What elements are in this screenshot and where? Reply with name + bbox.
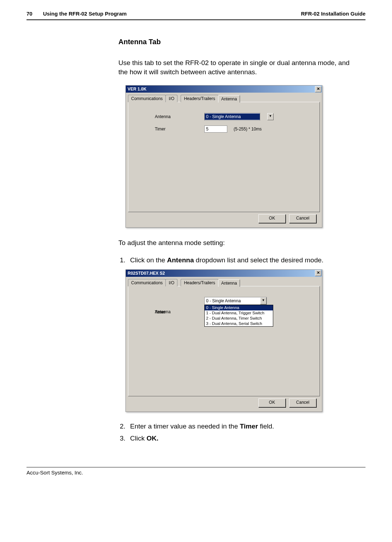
instructions-lead: To adjust the antenna mode setting: (118, 238, 360, 247)
dropdown-option-3[interactable]: 3 - Dual Antenna, Serial Switch (205, 321, 273, 326)
tabpane-antenna: Antenna 0 - Single Antenna ▼ 0 - Single … (128, 286, 320, 396)
tabstrip: Communications I/O Headers/Trailers Ante… (128, 95, 320, 102)
step-2: Enter a timer value as needed in the Tim… (127, 422, 360, 430)
step-1: Click on the Antenna dropdown list and s… (127, 256, 360, 264)
antenna-value: 0 - Single Antenna (205, 113, 260, 120)
antenna-select[interactable]: 0 - Single Antenna (204, 113, 260, 121)
section-title: Antenna Tab (118, 38, 360, 46)
tabstrip: Communications I/O Headers/Trailers Ante… (128, 279, 320, 286)
close-icon[interactable]: ✕ (315, 270, 321, 276)
steps-list-continued: Enter a timer value as needed in the Tim… (118, 422, 360, 442)
tab-communications[interactable]: Communications (128, 279, 166, 286)
tab-antenna[interactable]: Antenna (218, 95, 240, 103)
cancel-button[interactable]: Cancel (289, 214, 316, 223)
tab-headers-trailers[interactable]: Headers/Trailers (181, 279, 218, 286)
timer-label: Timer (135, 127, 204, 132)
tab-headers-trailers[interactable]: Headers/Trailers (181, 95, 218, 102)
dialog-r02std07: R02STD07.HEX S2 ✕ Communications I/O Hea… (125, 269, 322, 412)
antenna-label: Antenna (135, 114, 204, 119)
titlebar: VER 1.0K ✕ (126, 86, 322, 93)
antenna-dropdown-list: 0 - Single Antenna 1 - Dual Antenna, Tri… (204, 305, 273, 327)
tab-io[interactable]: I/O (165, 279, 177, 286)
chevron-down-icon[interactable]: ▼ (260, 297, 267, 304)
ok-button[interactable]: OK (258, 214, 286, 223)
tabpane-antenna: Antenna 0 - Single Antenna ▼ Timer 5 (5-… (128, 102, 320, 212)
footer-rule (27, 467, 365, 467)
timer-input[interactable]: 5 (204, 126, 227, 133)
tab-communications[interactable]: Communications (128, 95, 166, 102)
close-icon[interactable]: ✕ (315, 86, 321, 92)
dialog-ver10k: VER 1.0K ✕ Communications I/O Headers/Tr… (125, 85, 322, 228)
dropdown-option-1[interactable]: 1 - Dual Antenna, Trigger Switch (205, 310, 273, 316)
header-right-title: RFR-02 Installation Guide (301, 11, 365, 17)
step-3: Click OK. (127, 435, 360, 442)
dropdown-option-2[interactable]: 2 - Dual Antenna, Timer Switch (205, 316, 273, 321)
footer-company: Accu-Sort Systems, Inc. (27, 470, 365, 476)
cancel-button[interactable]: Cancel (289, 398, 316, 407)
tab-antenna[interactable]: Antenna (218, 279, 240, 287)
dropdown-option-0[interactable]: 0 - Single Antenna (205, 305, 273, 310)
intro-text: Use this tab to set the RFR-02 to operat… (118, 58, 360, 76)
page-number: 70 (27, 11, 33, 17)
chevron-down-icon[interactable]: ▼ (267, 113, 274, 120)
tab-io[interactable]: I/O (165, 95, 177, 102)
timer-hint: (5-255) * 10ms (234, 127, 262, 132)
page-footer: Accu-Sort Systems, Inc. (27, 467, 365, 476)
ok-button[interactable]: OK (258, 398, 286, 407)
titlebar: R02STD07.HEX S2 ✕ (126, 270, 322, 277)
antenna-select[interactable]: 0 - Single Antenna ▼ (204, 297, 267, 305)
window-title: R02STD07.HEX S2 (128, 271, 165, 276)
header-left-title: Using the RFR-02 Setup Program (43, 11, 127, 17)
header-rule (27, 19, 365, 20)
antenna-value: 0 - Single Antenna (205, 298, 260, 304)
timer-label: Timer (135, 310, 204, 315)
steps-list: Click on the Antenna dropdown list and s… (118, 256, 360, 264)
page-header: 70 Using the RFR-02 Setup Program RFR-02… (27, 11, 365, 17)
window-title: VER 1.0K (128, 87, 146, 92)
